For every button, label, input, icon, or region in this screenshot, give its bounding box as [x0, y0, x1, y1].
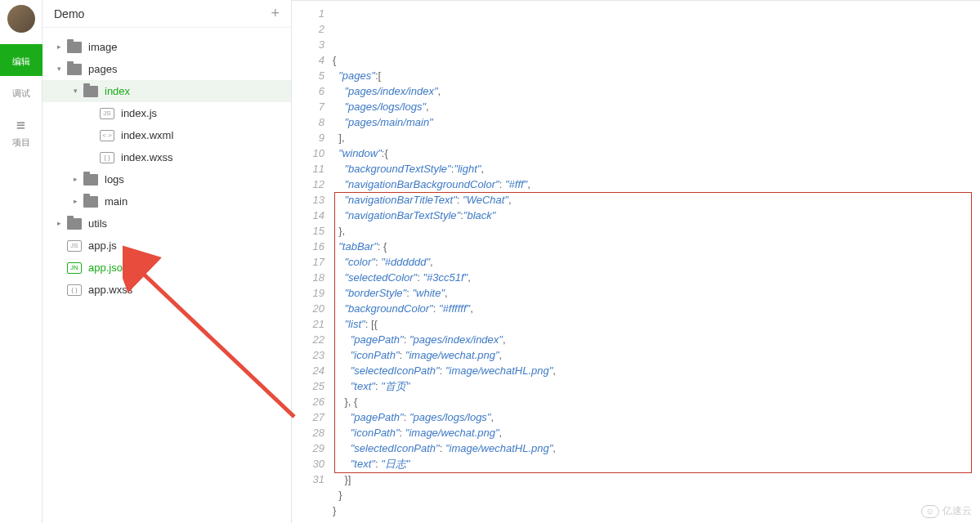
- file-icon: { }: [67, 284, 82, 296]
- avatar[interactable]: [7, 5, 35, 33]
- folder-icon: [67, 218, 82, 230]
- code-line[interactable]: "iconPath": "image/wechat.png",: [333, 347, 980, 363]
- code-line[interactable]: "borderStyle": "white",: [333, 285, 980, 301]
- nav-调试[interactable]: 调试: [0, 76, 43, 108]
- folder-icon: [67, 64, 82, 75]
- file-icon: { }: [100, 152, 114, 163]
- code-line[interactable]: "selectedIconPath": "image/wechatHL.png"…: [333, 363, 980, 378]
- tree-main[interactable]: ▸main: [43, 190, 291, 212]
- nav-项目[interactable]: ≡项目: [0, 108, 43, 157]
- code-line[interactable]: "text": "日志": [333, 456, 980, 472]
- project-title: Demo: [54, 7, 84, 20]
- folder-icon: [83, 174, 98, 186]
- tree-image[interactable]: ▸image: [43, 36, 291, 58]
- code-line[interactable]: [333, 518, 980, 523]
- caret-icon: ▸: [54, 216, 64, 231]
- left-navbar: 编辑调试≡项目: [0, 0, 43, 523]
- code-line[interactable]: "navigationBarTitleText": "WeChat",: [333, 192, 980, 208]
- code-line[interactable]: }]: [333, 472, 980, 487]
- code-icon: ≡: [16, 116, 25, 133]
- code-line[interactable]: "backgroundTextStyle":"light",: [333, 161, 980, 177]
- code-line[interactable]: "pages":[: [333, 68, 980, 83]
- code-line[interactable]: "pagePath": "pages/index/index",: [333, 332, 980, 347]
- code-line[interactable]: }: [333, 503, 980, 518]
- caret-icon: ▾: [70, 83, 80, 99]
- caret-icon: ▸: [54, 39, 64, 55]
- sidebar-header: Demo +: [43, 0, 291, 28]
- code-line[interactable]: "backgroundColor": "#ffffff",: [333, 301, 980, 316]
- code-line[interactable]: ],: [333, 130, 980, 145]
- code-line[interactable]: "navigationBarTextStyle":"black": [333, 208, 980, 223]
- folder-icon: [83, 196, 98, 208]
- folder-icon: [67, 42, 82, 53]
- cloud-icon: ⊙: [921, 505, 939, 518]
- code-line[interactable]: "color": "#dddddd",: [333, 254, 980, 270]
- code-line[interactable]: "pages/main/main": [333, 114, 980, 130]
- tree-app.json[interactable]: JNapp.json: [43, 257, 291, 279]
- code-line[interactable]: "list": [{: [333, 316, 980, 332]
- code-line[interactable]: "window":{: [333, 145, 980, 161]
- file-icon: < >: [100, 130, 114, 141]
- file-tree: ▸image▾pages▾indexJSindex.js< >index.wxm…: [43, 28, 291, 309]
- code-line[interactable]: "selectedIconPath": "image/wechatHL.png"…: [333, 440, 980, 456]
- file-icon: JS: [100, 108, 114, 119]
- tree-app.js[interactable]: JSapp.js: [43, 235, 291, 257]
- tree-index.wxml[interactable]: < >index.wxml: [43, 124, 291, 146]
- code-line[interactable]: "text": "首页": [333, 378, 980, 394]
- code-line[interactable]: }: [333, 487, 980, 503]
- code-line[interactable]: "pages/index/index",: [333, 83, 980, 99]
- tree-logs[interactable]: ▸logs: [43, 168, 291, 190]
- code-line[interactable]: "pages/logs/logs",: [333, 99, 980, 114]
- code-line[interactable]: }, {: [333, 394, 980, 409]
- add-file-icon[interactable]: +: [271, 5, 280, 22]
- code-content[interactable]: { "pages":[ "pages/index/index", "pages/…: [333, 1, 980, 523]
- folder-icon: [83, 86, 98, 97]
- nav-编辑[interactable]: 编辑: [0, 44, 43, 76]
- file-explorer: Demo + ▸image▾pages▾indexJSindex.js< >in…: [43, 0, 292, 523]
- code-line[interactable]: "selectedColor": "#3cc51f",: [333, 270, 980, 285]
- code-line[interactable]: "pagePath": "pages/logs/logs",: [333, 409, 980, 425]
- tree-utils[interactable]: ▸utils: [43, 212, 291, 235]
- tree-index[interactable]: ▾index: [43, 80, 291, 102]
- file-icon: JS: [67, 240, 82, 252]
- file-icon: JN: [67, 262, 82, 274]
- tree-pages[interactable]: ▾pages: [43, 58, 291, 80]
- code-line[interactable]: "navigationBarBackgroundColor": "#fff",: [333, 177, 980, 192]
- code-line[interactable]: "tabBar": {: [333, 239, 980, 254]
- line-gutter: 1234567891011121314151617181920212223242…: [292, 1, 333, 523]
- editor-area: app.json×app.js×app.wxss×index.js×index.…: [292, 0, 980, 523]
- tree-index.wxss[interactable]: { }index.wxss: [43, 146, 291, 168]
- watermark: ⊙ 亿速云: [921, 504, 972, 518]
- caret-icon: ▾: [54, 61, 64, 77]
- code-line[interactable]: },: [333, 223, 980, 239]
- tree-app.wxss[interactable]: { }app.wxss: [43, 279, 291, 301]
- code-line[interactable]: "iconPath": "image/wechat.png",: [333, 425, 980, 440]
- caret-icon: ▸: [70, 194, 80, 209]
- code-editor[interactable]: 1234567891011121314151617181920212223242…: [292, 1, 980, 523]
- tree-index.js[interactable]: JSindex.js: [43, 102, 291, 124]
- code-line[interactable]: {: [333, 52, 980, 68]
- caret-icon: ▸: [70, 172, 80, 187]
